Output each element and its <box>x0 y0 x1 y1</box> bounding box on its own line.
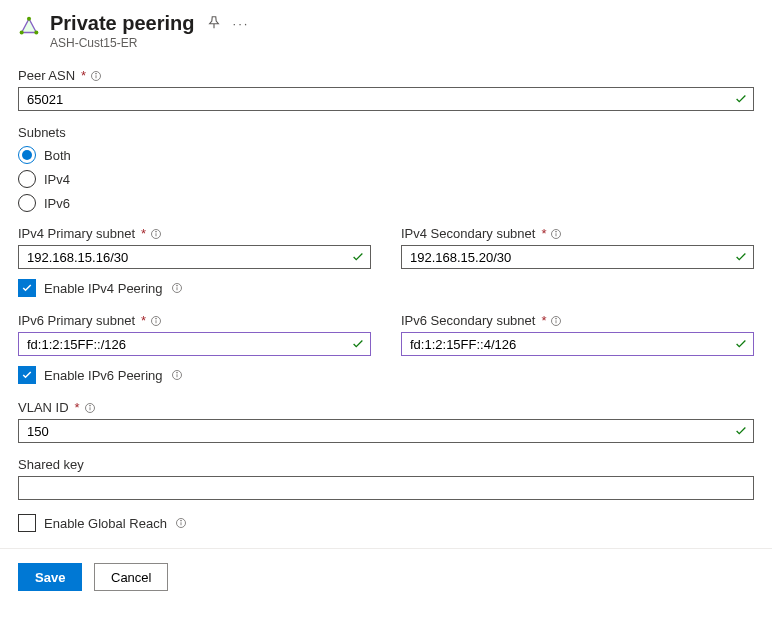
info-icon[interactable] <box>550 228 562 240</box>
peering-icon <box>18 12 40 41</box>
vlan-id-label: VLAN ID* <box>18 400 754 415</box>
save-button[interactable]: Save <box>18 563 82 591</box>
svg-point-23 <box>176 372 177 373</box>
info-icon[interactable] <box>84 402 96 414</box>
page-title: Private peering <box>50 12 195 35</box>
svg-point-5 <box>96 73 97 74</box>
more-icon[interactable]: ··· <box>233 16 250 31</box>
enable-global-reach-checkbox[interactable]: Enable Global Reach <box>18 514 754 532</box>
svg-point-2 <box>20 30 24 34</box>
ipv6-secondary-label: IPv6 Secondary subnet* <box>401 313 754 328</box>
info-icon[interactable] <box>171 369 183 381</box>
svg-point-0 <box>27 17 31 21</box>
peer-asn-label: Peer ASN* <box>18 68 754 83</box>
checkmark-icon <box>734 337 748 351</box>
checkmark-icon <box>734 250 748 264</box>
info-icon[interactable] <box>150 315 162 327</box>
ipv4-secondary-label: IPv4 Secondary subnet* <box>401 226 754 241</box>
svg-point-29 <box>180 520 181 521</box>
shared-key-label: Shared key <box>18 457 754 472</box>
checkmark-icon <box>351 250 365 264</box>
svg-point-8 <box>156 231 157 232</box>
svg-point-17 <box>156 318 157 319</box>
info-icon[interactable] <box>550 315 562 327</box>
svg-point-20 <box>556 318 557 319</box>
checkmark-icon <box>734 92 748 106</box>
cancel-button[interactable]: Cancel <box>94 563 168 591</box>
ipv4-primary-input[interactable] <box>18 245 371 269</box>
checkmark-icon <box>734 424 748 438</box>
ipv4-secondary-input[interactable] <box>401 245 754 269</box>
vlan-id-input[interactable] <box>18 419 754 443</box>
subnet-radio-ipv4[interactable]: IPv4 <box>18 170 754 188</box>
page-subtitle: ASH-Cust15-ER <box>50 36 754 50</box>
peer-asn-input[interactable] <box>18 87 754 111</box>
info-icon[interactable] <box>171 282 183 294</box>
ipv6-primary-input[interactable] <box>18 332 371 356</box>
subnet-radio-ipv6[interactable]: IPv6 <box>18 194 754 212</box>
ipv6-secondary-input[interactable] <box>401 332 754 356</box>
ipv4-primary-label: IPv4 Primary subnet* <box>18 226 371 241</box>
svg-point-14 <box>176 285 177 286</box>
enable-ipv6-checkbox[interactable]: Enable IPv6 Peering <box>18 366 754 384</box>
info-icon[interactable] <box>150 228 162 240</box>
info-icon[interactable] <box>90 70 102 82</box>
svg-point-11 <box>556 231 557 232</box>
subnets-label: Subnets <box>18 125 754 140</box>
info-icon[interactable] <box>175 517 187 529</box>
enable-ipv4-checkbox[interactable]: Enable IPv4 Peering <box>18 279 754 297</box>
checkmark-icon <box>351 337 365 351</box>
shared-key-input[interactable] <box>18 476 754 500</box>
subnet-radio-both[interactable]: Both <box>18 146 754 164</box>
ipv6-primary-label: IPv6 Primary subnet* <box>18 313 371 328</box>
svg-point-26 <box>89 405 90 406</box>
pin-icon[interactable] <box>207 15 221 32</box>
svg-point-1 <box>34 30 38 34</box>
